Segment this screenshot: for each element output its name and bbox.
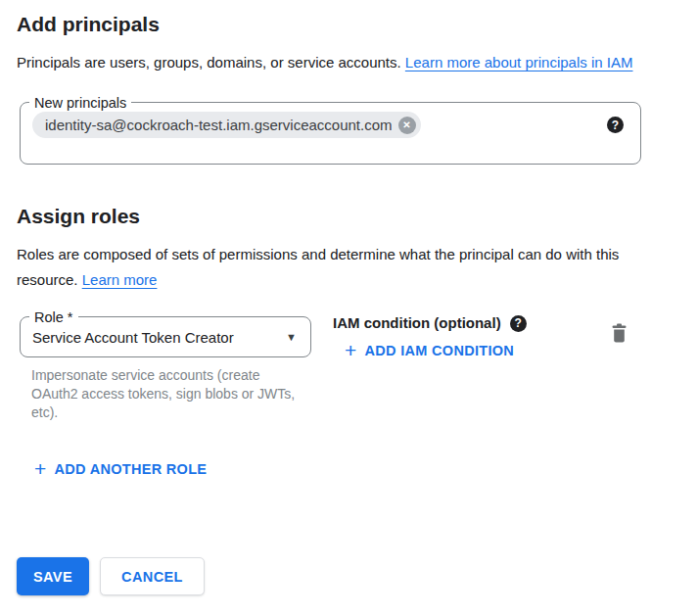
principal-chip: identity-sa@cockroach-test.iam.gservicea…	[32, 112, 421, 138]
add-another-role-button[interactable]: + ADD ANOTHER ROLE	[34, 459, 207, 479]
intro-text: Principals are users, groups, domains, o…	[17, 54, 401, 71]
add-iam-condition-label: ADD IAM CONDITION	[365, 341, 515, 360]
chip-remove-button[interactable]: ✕	[398, 117, 416, 134]
role-row: Role * Service Account Token Creator ▼ I…	[20, 316, 641, 422]
new-principals-label: New principals	[29, 93, 131, 113]
footer-actions: SAVE CANCEL	[17, 557, 205, 595]
save-button[interactable]: SAVE	[17, 557, 89, 595]
iam-condition-label: IAM condition (optional)	[333, 313, 501, 333]
role-label: Role *	[29, 308, 78, 327]
cancel-button[interactable]: CANCEL	[100, 557, 205, 595]
roles-learn-more-link[interactable]: Learn more	[82, 271, 158, 288]
new-principals-help-icon[interactable]: ?	[607, 117, 624, 133]
principals-learn-more-link[interactable]: Learn more about principals in IAM	[405, 54, 633, 71]
role-selected-value: Service Account Token Creator	[32, 329, 278, 346]
new-principals-field[interactable]: New principals identity-sa@cockroach-tes…	[20, 102, 641, 165]
role-select[interactable]: Role * Service Account Token Creator ▼	[20, 316, 311, 357]
chevron-down-icon: ▼	[286, 331, 297, 343]
add-iam-condition-button[interactable]: + ADD IAM CONDITION	[345, 341, 514, 360]
assign-roles-title: Assign roles	[17, 204, 698, 229]
intro-paragraph: Principals are users, groups, domains, o…	[17, 50, 655, 75]
principal-chip-value: identity-sa@cockroach-test.iam.gservicea…	[45, 117, 393, 133]
add-another-role-label: ADD ANOTHER ROLE	[55, 459, 208, 479]
trash-icon	[611, 331, 628, 346]
iam-condition-column: IAM condition (optional) ? + ADD IAM CON…	[311, 316, 611, 361]
plus-icon: +	[345, 342, 357, 359]
close-icon: ✕	[402, 120, 410, 130]
role-column: Role * Service Account Token Creator ▼ I…	[20, 316, 311, 422]
iam-condition-help-icon[interactable]: ?	[510, 315, 527, 332]
delete-role-button[interactable]	[611, 323, 628, 346]
role-helper-text: Impersonate service accounts (create OAu…	[31, 366, 298, 422]
page-title: Add principals	[17, 12, 698, 37]
plus-icon: +	[34, 460, 47, 478]
roles-description-paragraph: Roles are composed of sets of permission…	[17, 242, 655, 293]
